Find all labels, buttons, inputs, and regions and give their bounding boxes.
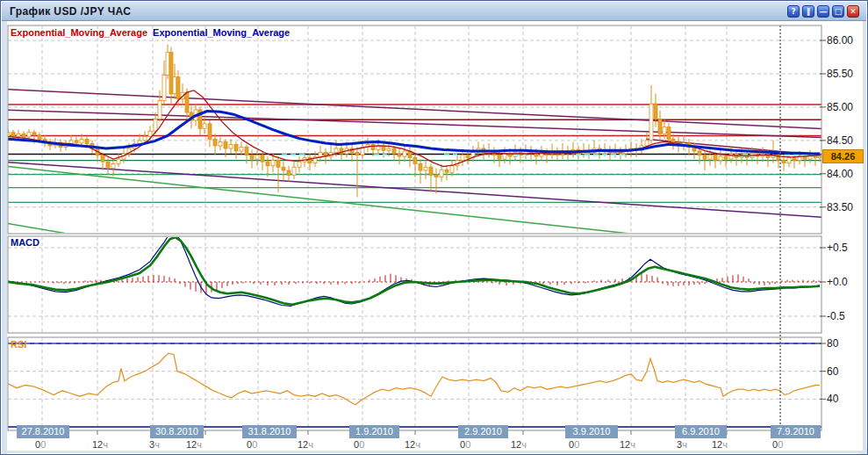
maximize-button[interactable]: □	[832, 5, 844, 18]
current-price-tag: 84.26	[822, 149, 864, 163]
date-label: 7.9.2010	[771, 425, 821, 438]
date-label: 3.9.2010	[565, 425, 618, 438]
price-axis-label: 85.50	[827, 68, 853, 80]
price-axis-label: 86.00	[827, 34, 853, 47]
time-label: 12ч	[298, 439, 313, 450]
pause-button[interactable]: ‖	[802, 5, 814, 18]
price-axis-label: 84.50	[827, 134, 853, 147]
indicator-labels: Exponential_Moving_AverageExponential_Mo…	[11, 27, 290, 38]
time-label: 12ч	[405, 439, 420, 450]
time-label: 00	[354, 439, 364, 450]
time-label: 12ч	[511, 439, 527, 450]
macd-axis-label: +0.5	[827, 242, 848, 254]
time-label: 12ч	[186, 439, 202, 450]
time-label: 00	[35, 439, 46, 450]
minimize-button[interactable]: —	[817, 5, 829, 18]
rsi-label: RSI	[11, 339, 26, 350]
window-title: График USD /JPY ЧАС	[10, 5, 131, 18]
time-label: 12ч	[712, 439, 728, 450]
price-axis-label: 83.50	[827, 201, 853, 213]
chart-window: График USD /JPY ЧАС ?‖—□✕ Exponential_Mo…	[0, 0, 868, 455]
date-label: 27.8.2010	[17, 425, 69, 438]
time-label: 00	[247, 439, 257, 450]
window-controls: ?‖—□✕	[787, 5, 859, 18]
macd-axis-label: -0.5	[827, 310, 845, 322]
price-axis-label: 85.00	[827, 101, 853, 113]
time-label: 3ч	[149, 439, 160, 450]
date-label: 31.8.2010	[242, 425, 297, 438]
date-label: 30.8.2010	[150, 425, 204, 438]
date-label: 6.9.2010	[675, 425, 727, 438]
title-bar[interactable]: График USD /JPY ЧАС ?‖—□✕	[2, 2, 866, 21]
date-label: 1.9.2010	[349, 425, 399, 438]
time-label: 00	[460, 439, 470, 450]
date-label: 2.9.2010	[458, 425, 508, 438]
time-label: 12ч	[92, 439, 108, 450]
macd-label: MACD	[11, 237, 39, 248]
time-label: 00	[772, 439, 783, 450]
close-button[interactable]: ✕	[847, 5, 859, 18]
macd-axis-label: +0.0	[827, 276, 848, 288]
time-label: 12ч	[620, 439, 635, 450]
rsi-axis-label: 80	[827, 337, 838, 350]
ema-fast-label: Exponential_Moving_Average	[11, 27, 147, 38]
price-axis-label: 84.00	[827, 168, 853, 180]
time-label: 3ч	[677, 439, 687, 450]
help-button[interactable]: ?	[787, 5, 800, 18]
rsi-axis-label: 60	[827, 365, 838, 378]
chart-canvas[interactable]	[1, 1, 868, 455]
ema-slow-label: Exponential_Moving_Average	[153, 27, 290, 38]
rsi-axis-label: 40	[827, 393, 838, 405]
time-label: 00	[569, 439, 579, 450]
